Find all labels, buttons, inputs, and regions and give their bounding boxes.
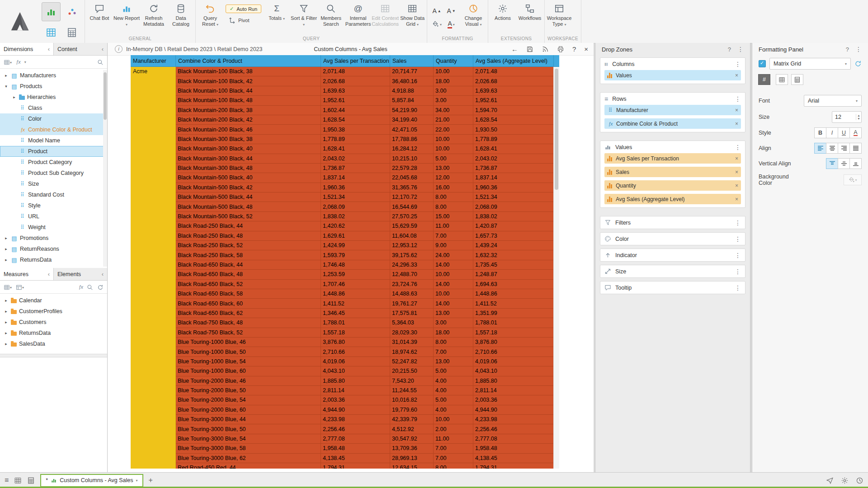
- collapse-chevron-icon[interactable]: [48, 46, 50, 52]
- remove-chip-icon[interactable]: [735, 121, 738, 127]
- cell-product[interactable]: Black Mountain-300 Black, 44: [176, 154, 321, 164]
- workflows-button[interactable]: Workflows: [516, 2, 543, 21]
- drop-zone-section[interactable]: Size: [600, 265, 745, 278]
- tree-item[interactable]: Promotions: [0, 233, 107, 244]
- cell-quantity[interactable]: 7.00: [434, 444, 473, 453]
- drop-zone-section[interactable]: Tooltip: [600, 281, 745, 294]
- align-left-button[interactable]: [814, 143, 826, 154]
- tree-item[interactable]: Class: [0, 103, 107, 113]
- cell-avg-sales-per-transaction[interactable]: 1,707.46: [321, 280, 390, 289]
- grid-format-toggle[interactable]: [776, 74, 788, 85]
- cell-avg-sales-aggregate[interactable]: 1,628.41: [473, 144, 554, 154]
- tree-item[interactable]: Size: [0, 178, 107, 189]
- more-options-icon[interactable]: [735, 144, 741, 151]
- more-options-icon[interactable]: [737, 46, 744, 53]
- cell-quantity[interactable]: 10.00: [434, 415, 473, 424]
- cell-sales[interactable]: 12,170.72: [390, 192, 434, 202]
- cell-avg-sales-per-transaction[interactable]: 1,521.34: [321, 192, 390, 202]
- settings-gear-icon[interactable]: [841, 476, 849, 484]
- search-icon[interactable]: [87, 283, 93, 291]
- cell-avg-sales-per-transaction[interactable]: 1,557.18: [321, 328, 390, 338]
- cell-quantity[interactable]: 4.00: [434, 376, 473, 386]
- cell-avg-sales-aggregate[interactable]: 4,138.45: [473, 454, 554, 463]
- drop-zone-chip[interactable]: Manufacturer: [604, 105, 741, 115]
- cell-quantity[interactable]: 21.00: [434, 115, 473, 125]
- cell-quantity[interactable]: 13.00: [434, 309, 473, 318]
- cell-sales[interactable]: 34,199.40: [390, 115, 434, 125]
- tree-item[interactable]: ReturnsData: [0, 254, 107, 265]
- cell-sales[interactable]: 42,471.05: [390, 125, 434, 134]
- expand-arrow-icon[interactable]: [4, 298, 9, 303]
- cell-product[interactable]: Black Road-250 Black, 52: [176, 241, 321, 250]
- expand-arrow-icon[interactable]: [4, 320, 9, 324]
- data-catalog-button[interactable]: Data Catalog: [167, 2, 194, 27]
- cell-avg-sales-per-transaction[interactable]: 1,736.87: [321, 164, 390, 173]
- main-menu-icon[interactable]: [5, 477, 9, 484]
- cell-quantity[interactable]: 8.00: [434, 192, 473, 202]
- show-data-grid-button[interactable]: Show Data Grid: [399, 2, 426, 27]
- dimensions-scrollbar[interactable]: [103, 70, 107, 267]
- cell-avg-sales-aggregate[interactable]: 1,628.54: [473, 115, 554, 125]
- sort-filter-button[interactable]: Sort & Filter: [290, 2, 317, 27]
- scrollbar-thumb[interactable]: [555, 69, 558, 190]
- cell-product[interactable]: Blue Touring-3000 Blue, 50: [176, 424, 321, 434]
- cell-avg-sales-per-transaction[interactable]: 2,071.48: [321, 67, 390, 76]
- cell-quantity[interactable]: 10.00: [434, 135, 473, 144]
- cell-product[interactable]: Black Road-650 Black, 60: [176, 299, 321, 308]
- more-options-icon[interactable]: [735, 219, 741, 226]
- cell-product[interactable]: Blue Touring-1000 Blue, 46: [176, 338, 321, 347]
- font-size-stepper[interactable]: ▲▼: [832, 111, 862, 123]
- cell-product[interactable]: Black Mountain-300 Black, 48: [176, 164, 321, 173]
- cell-avg-sales-aggregate[interactable]: 2,003.36: [473, 395, 554, 405]
- increase-font-button[interactable]: A▲: [430, 5, 443, 17]
- card-view-button[interactable]: [16, 283, 24, 291]
- cell-product[interactable]: Black Road-650 Black, 52: [176, 280, 321, 289]
- cell-quantity[interactable]: 4.00: [434, 386, 473, 395]
- cell-avg-sales-aggregate[interactable]: 1,557.18: [473, 328, 554, 338]
- cell-sales[interactable]: 19,779.60: [390, 405, 434, 415]
- font-family-select[interactable]: Arial: [804, 95, 862, 107]
- expand-arrow-icon[interactable]: [4, 342, 9, 346]
- cell-avg-sales-per-transaction[interactable]: 1,952.61: [321, 96, 390, 105]
- cell-avg-sales-aggregate[interactable]: 1,952.61: [473, 96, 554, 105]
- cell-sales[interactable]: 10,215.10: [390, 154, 434, 164]
- cell-avg-sales-aggregate[interactable]: 1,248.87: [473, 270, 554, 279]
- drop-zone-section[interactable]: Indicator: [600, 249, 745, 262]
- cell-avg-sales-per-transaction[interactable]: 1,960.36: [321, 183, 390, 192]
- content-tree-item[interactable]: default: [7, 359, 19, 370]
- cell-sales[interactable]: 15,629.59: [390, 221, 434, 231]
- tree-item[interactable]: Standard Cost: [0, 189, 107, 200]
- cell-avg-sales-aggregate[interactable]: 1,736.87: [473, 164, 554, 173]
- italic-button[interactable]: I: [826, 127, 838, 138]
- cell-sales[interactable]: 54,219.90: [390, 106, 434, 115]
- cell-product[interactable]: Black Mountain-500 Black, 44: [176, 192, 321, 202]
- valign-bottom-button[interactable]: [849, 158, 862, 169]
- cell-avg-sales-per-transaction[interactable]: 2,003.36: [321, 395, 390, 405]
- chat-bot-button[interactable]: Chat Bot: [86, 2, 113, 21]
- grid-visual-button[interactable]: [42, 2, 61, 21]
- manage-content-icon[interactable]: [14, 476, 22, 484]
- measure-folder-item[interactable]: ReturnsData: [0, 328, 107, 338]
- expand-arrow-icon[interactable]: [4, 309, 9, 314]
- expand-arrow-icon[interactable]: [4, 258, 9, 262]
- cell-avg-sales-aggregate[interactable]: 1,420.87: [473, 221, 554, 231]
- cell-quantity[interactable]: 13.00: [434, 357, 473, 366]
- cell-avg-sales-per-transaction[interactable]: 1,411.52: [321, 299, 390, 308]
- cell-avg-sales-aggregate[interactable]: 4,019.06: [473, 357, 554, 366]
- fx-filter-button[interactable]: ƒx: [78, 284, 83, 290]
- cell-quantity[interactable]: 3.00: [434, 96, 473, 105]
- drop-zone-section[interactable]: Filters: [600, 216, 745, 229]
- tree-view-button[interactable]: [4, 58, 12, 66]
- drop-zone-chip[interactable]: Combine Color & Product: [604, 118, 741, 129]
- more-options-icon[interactable]: [735, 235, 741, 243]
- cell-sales[interactable]: 4,512.92: [390, 424, 434, 434]
- tab-measures[interactable]: Measures: [0, 268, 54, 280]
- cell-quantity[interactable]: 14.00: [434, 260, 473, 270]
- cell-avg-sales-aggregate[interactable]: 1,639.63: [473, 86, 554, 96]
- clear-workspace-icon[interactable]: [27, 476, 35, 484]
- matrix-visual-button[interactable]: [62, 23, 81, 42]
- tree-item[interactable]: Product Category: [0, 157, 107, 168]
- cell-quantity[interactable]: 5.00: [434, 154, 473, 164]
- cell-avg-sales-per-transaction[interactable]: 1,639.63: [321, 86, 390, 96]
- cell-sales[interactable]: 5,857.84: [390, 96, 434, 105]
